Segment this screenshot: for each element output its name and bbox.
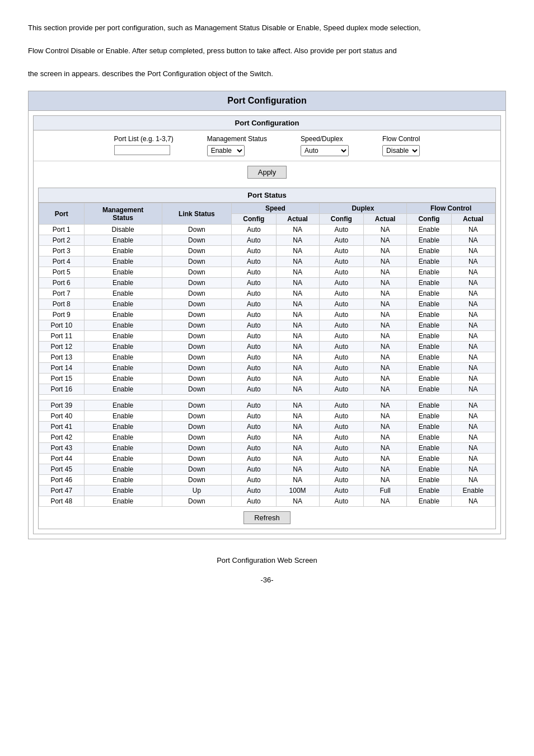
cell-port: Port 48: [39, 496, 85, 507]
cell-fc-act: NA: [451, 342, 495, 352]
cell-speed-cfg: Auto: [232, 443, 276, 454]
cell-speed-act: NA: [276, 342, 319, 352]
cell-link: Down: [162, 288, 231, 299]
management-status-select[interactable]: Enable Disable: [207, 145, 245, 156]
cell-speed-act: NA: [276, 299, 319, 310]
cell-port: Port 10: [39, 320, 85, 331]
cell-link: Down: [162, 432, 231, 443]
cell-speed-cfg: Auto: [232, 342, 276, 352]
cell-fc-cfg: Enable: [407, 411, 451, 422]
cell-speed-act: NA: [276, 454, 319, 464]
cell-fc-cfg: Enable: [407, 225, 451, 235]
cell-link: Up: [162, 486, 231, 496]
flow-control-col: Flow Control Disable Enable: [382, 135, 420, 156]
cell-link: Down: [162, 454, 231, 464]
cell-port: Port 45: [39, 464, 85, 475]
port-status-table: Port ManagementStatus Link Status Speed …: [39, 203, 495, 507]
cell-link: Down: [162, 363, 231, 374]
col-speed-actual: Actual: [276, 214, 319, 225]
config-fields-row: Port List (e.g. 1-3,7) Management Status…: [34, 130, 500, 161]
cell-dup-cfg: Auto: [319, 310, 363, 320]
port-list-input[interactable]: [114, 145, 170, 155]
cell-fc-cfg: Enable: [407, 299, 451, 310]
cell-fc-act: NA: [451, 352, 495, 363]
col-speed: Speed: [232, 203, 320, 214]
cell-port: Port 14: [39, 363, 85, 374]
table-row: Port 47 Enable Up Auto 100M Auto Full En…: [39, 486, 495, 496]
port-configuration-panel: Port Configuration Port Configuration Po…: [28, 91, 506, 539]
cell-dup-cfg: Auto: [319, 475, 363, 486]
cell-mgmt: Disable: [84, 225, 162, 235]
cell-dup-act: NA: [364, 299, 407, 310]
table-row: Port 4 Enable Down Auto NA Auto NA Enabl…: [39, 256, 495, 267]
cell-speed-act: NA: [276, 422, 319, 432]
cell-mgmt: Enable: [84, 320, 162, 331]
flow-control-select[interactable]: Disable Enable: [382, 145, 420, 156]
refresh-button[interactable]: Refresh: [243, 511, 291, 524]
cell-fc-act: NA: [451, 374, 495, 384]
cell-fc-cfg: Enable: [407, 496, 451, 507]
cell-dup-act: NA: [364, 352, 407, 363]
cell-fc-cfg: Enable: [407, 400, 451, 411]
cell-fc-act: NA: [451, 320, 495, 331]
cell-port: Port 2: [39, 235, 85, 246]
col-duplex: Duplex: [319, 203, 407, 214]
cell-fc-cfg: Enable: [407, 475, 451, 486]
cell-fc-cfg: Enable: [407, 432, 451, 443]
cell-mgmt: Enable: [84, 342, 162, 352]
cell-dup-cfg: Auto: [319, 235, 363, 246]
cell-mgmt: Enable: [84, 400, 162, 411]
cell-fc-act: NA: [451, 310, 495, 320]
col-fc-config: Config: [407, 214, 451, 225]
cell-mgmt: Enable: [84, 288, 162, 299]
cell-dup-act: NA: [364, 278, 407, 288]
cell-speed-cfg: Auto: [232, 384, 276, 395]
cell-fc-act: NA: [451, 422, 495, 432]
cell-dup-act: NA: [364, 256, 407, 267]
cell-speed-cfg: Auto: [232, 352, 276, 363]
cell-port: Port 12: [39, 342, 85, 352]
table-row: Port 44 Enable Down Auto NA Auto NA Enab…: [39, 454, 495, 464]
cell-mgmt: Enable: [84, 464, 162, 475]
table-row: Port 39 Enable Down Auto NA Auto NA Enab…: [39, 400, 495, 411]
port-config-outer-title: Port Configuration: [29, 91, 505, 111]
cell-port: Port 4: [39, 256, 85, 267]
cell-speed-cfg: Auto: [232, 256, 276, 267]
table-row: Port 45 Enable Down Auto NA Auto NA Enab…: [39, 464, 495, 475]
cell-speed-cfg: Auto: [232, 363, 276, 374]
table-row: Port 14 Enable Down Auto NA Auto NA Enab…: [39, 363, 495, 374]
cell-dup-cfg: Auto: [319, 411, 363, 422]
cell-dup-act: NA: [364, 235, 407, 246]
cell-speed-act: NA: [276, 235, 319, 246]
cell-dup-act: NA: [364, 310, 407, 320]
port-status-section: Port Status Port ManagementStatus Link S…: [38, 188, 496, 529]
cell-speed-act: 100M: [276, 486, 319, 496]
cell-fc-cfg: Enable: [407, 443, 451, 454]
cell-fc-act: NA: [451, 363, 495, 374]
intro-line3: the screen in appears. describes the Por…: [28, 68, 506, 80]
col-dup-actual: Actual: [364, 214, 407, 225]
cell-speed-cfg: Auto: [232, 288, 276, 299]
cell-link: Down: [162, 443, 231, 454]
cell-speed-act: NA: [276, 331, 319, 342]
cell-speed-cfg: Auto: [232, 464, 276, 475]
speed-duplex-select[interactable]: Auto 10M Half 10M Full 100M Half 100M Fu…: [301, 145, 349, 156]
cell-link: Down: [162, 267, 231, 278]
speed-duplex-col: Speed/Duplex Auto 10M Half 10M Full 100M…: [301, 135, 349, 156]
cell-speed-act: NA: [276, 475, 319, 486]
cell-mgmt: Enable: [84, 246, 162, 256]
cell-fc-act: NA: [451, 235, 495, 246]
management-status-label: Management Status: [207, 135, 267, 143]
cell-fc-act: NA: [451, 246, 495, 256]
apply-button[interactable]: Apply: [247, 166, 287, 179]
cell-fc-act: NA: [451, 496, 495, 507]
cell-speed-act: NA: [276, 374, 319, 384]
cell-mgmt: Enable: [84, 496, 162, 507]
cell-speed-act: NA: [276, 443, 319, 454]
cell-dup-cfg: Auto: [319, 225, 363, 235]
cell-port: Port 42: [39, 432, 85, 443]
cell-port: Port 7: [39, 288, 85, 299]
cell-dup-cfg: Auto: [319, 422, 363, 432]
cell-speed-cfg: Auto: [232, 422, 276, 432]
cell-dup-act: NA: [364, 288, 407, 299]
